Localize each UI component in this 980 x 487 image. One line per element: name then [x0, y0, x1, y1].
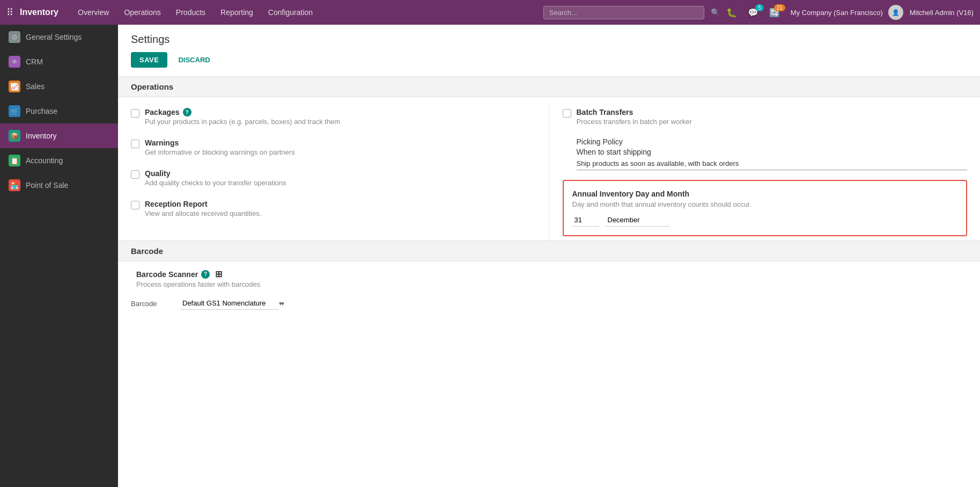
sidebar-item-sales[interactable]: 📈 Sales [0, 74, 118, 99]
sidebar: ⚙ General Settings 👁 CRM 📈 Sales 🛒 Purch… [0, 25, 118, 487]
nav-configuration[interactable]: Configuration [262, 5, 319, 20]
annual-inventory-box: Annual Inventory Day and Month Day and m… [563, 180, 968, 236]
barcode-scanner-desc: Process operations faster with barcodes [136, 280, 260, 288]
warnings-desc: Get informative or blocking warnings on … [145, 148, 295, 156]
search-input[interactable] [543, 6, 704, 19]
sidebar-label-accounting: Accounting [26, 156, 63, 165]
barcode-nomenclature-row: Barcode Default GS1 Nomenclature Default… [131, 293, 967, 314]
nav-products[interactable]: Products [170, 5, 212, 20]
annual-inventory-title: Annual Inventory Day and Month [572, 190, 958, 198]
barcode-nomenclature-label: Barcode [131, 300, 174, 308]
sidebar-item-inventory[interactable]: 📦 Inventory [0, 123, 118, 148]
sales-icon: 📈 [9, 81, 20, 92]
batch-transfers-title: Batch Transfers [577, 108, 692, 117]
batch-transfers-text: Batch Transfers Process transfers in bat… [577, 108, 692, 126]
warnings-text: Warnings Get informative or blocking war… [145, 139, 295, 156]
quality-checkbox[interactable] [131, 170, 139, 179]
sidebar-item-purchase[interactable]: 🛒 Purchase [0, 99, 118, 123]
picking-policy-container: Picking Policy When to start shipping Sh… [563, 132, 968, 176]
toolbar: SAVE DISCARD [131, 52, 967, 68]
warnings-checkbox[interactable] [131, 140, 139, 148]
sidebar-label-general-settings: General Settings [26, 33, 82, 41]
inventory-icon: 📦 [9, 130, 20, 142]
barcode-nomenclature-select[interactable]: Default GS1 Nomenclature Default Nomencl… [180, 297, 279, 310]
company-name: My Company (San Francisco) [791, 9, 883, 17]
settings-header: Settings SAVE DISCARD [118, 25, 980, 76]
save-button[interactable]: SAVE [131, 52, 167, 68]
barcode-grid-icon: ⊞ [215, 269, 222, 279]
app-grid-icon[interactable]: ⠿ [6, 6, 13, 18]
warnings-title: Warnings [145, 139, 295, 147]
gear-icon: ⚙ [9, 31, 20, 43]
sidebar-label-sales: Sales [26, 82, 45, 91]
reception-report-title: Reception Report [145, 200, 261, 208]
annual-inventory-desc: Day and month that annual inventory coun… [572, 200, 958, 208]
quality-desc: Add quality checks to your transfer oper… [145, 179, 286, 187]
top-navigation: ⠿ Inventory Overview Operations Products… [0, 0, 980, 25]
setting-reception-report: Reception Report View and allocate recei… [131, 193, 549, 224]
page-title: Settings [131, 33, 967, 46]
setting-warnings: Warnings Get informative or blocking war… [131, 132, 549, 163]
chevron-down-icon: ▼ [280, 301, 285, 307]
user-name: Mitchell Admin (V16) [910, 9, 974, 17]
reception-report-text: Reception Report View and allocate recei… [145, 200, 261, 217]
quality-title: Quality [145, 169, 286, 178]
sidebar-label-inventory: Inventory [26, 132, 57, 140]
reception-report-checkbox[interactable] [131, 201, 139, 209]
quality-text: Quality Add quality checks to your trans… [145, 169, 286, 187]
main-content: Settings SAVE DISCARD Operations Package… [118, 25, 980, 487]
app-title: Inventory [20, 8, 58, 17]
chat-badge: 5 [755, 4, 764, 11]
picking-policy-title: Picking Policy [577, 137, 968, 146]
barcode-nomenclature-select-wrapper: Default GS1 Nomenclature Default Nomencl… [180, 297, 285, 310]
sidebar-item-point-of-sale[interactable]: 🏪 Point of Sale [0, 173, 118, 198]
packages-help-icon[interactable]: ? [183, 108, 191, 117]
packages-desc: Put your products in packs (e.g. parcels… [145, 118, 340, 126]
batch-transfers-checkbox[interactable] [563, 109, 571, 118]
setting-batch-transfers: Batch Transfers Process transfers in bat… [563, 101, 968, 132]
sidebar-label-purchase: Purchase [26, 107, 57, 115]
barcode-scanner-text: Barcode Scanner ? ⊞ Process operations f… [136, 269, 260, 288]
sidebar-label-pos: Point of Sale [26, 181, 68, 190]
barcode-scanner-help-icon[interactable]: ? [201, 270, 210, 279]
settings-left-column: Packages ? Put your products in packs (e… [131, 101, 549, 241]
batch-transfers-desc: Process transfers in batch per worker [577, 118, 692, 126]
reception-report-desc: View and allocate received quantities. [145, 209, 261, 217]
barcode-scanner-row: Barcode Scanner ? ⊞ Process operations f… [131, 261, 967, 293]
purchase-icon: 🛒 [9, 105, 20, 117]
barcode-settings-body: Barcode Scanner ? ⊞ Process operations f… [118, 261, 980, 314]
discard-button[interactable]: DISCARD [172, 52, 216, 68]
search-icon[interactable]: 🔍 [711, 8, 720, 17]
pos-icon: 🏪 [9, 179, 20, 191]
annual-inventory-month-input[interactable] [606, 214, 670, 227]
setting-quality: Quality Add quality checks to your trans… [131, 163, 549, 193]
packages-text: Packages ? Put your products in packs (e… [145, 108, 340, 126]
sidebar-item-accounting[interactable]: 📋 Accounting [0, 148, 118, 173]
bug-icon[interactable]: 🐛 [722, 5, 741, 20]
operations-settings-body: Packages ? Put your products in packs (e… [118, 97, 980, 241]
sidebar-item-crm[interactable]: 👁 CRM [0, 49, 118, 74]
user-avatar[interactable]: 👤 [888, 5, 903, 20]
setting-packages: Packages ? Put your products in packs (e… [131, 101, 549, 132]
barcode-section-header: Barcode [118, 241, 980, 261]
updates-badge: 21 [774, 4, 785, 11]
chat-icon[interactable]: 💬 5 [743, 5, 763, 20]
sidebar-label-crm: CRM [26, 57, 43, 66]
updates-icon[interactable]: 🔄 21 [765, 5, 784, 20]
barcode-scanner-title: Barcode Scanner ? ⊞ [136, 269, 260, 279]
picking-policy-desc: When to start shipping [577, 148, 968, 156]
packages-checkbox[interactable] [131, 109, 139, 118]
packages-title: Packages ? [145, 108, 340, 117]
accounting-icon: 📋 [9, 155, 20, 166]
main-layout: ⚙ General Settings 👁 CRM 📈 Sales 🛒 Purch… [0, 25, 980, 487]
nav-reporting[interactable]: Reporting [214, 5, 260, 20]
annual-inventory-day-input[interactable] [572, 214, 599, 227]
nav-overview[interactable]: Overview [71, 5, 115, 20]
crm-icon: 👁 [9, 56, 20, 68]
nav-operations[interactable]: Operations [117, 5, 167, 20]
operations-section-header: Operations [118, 76, 980, 97]
picking-policy-value[interactable]: Ship products as soon as available, with… [577, 159, 968, 170]
sidebar-item-general-settings[interactable]: ⚙ General Settings [0, 25, 118, 49]
settings-right-column: Batch Transfers Process transfers in bat… [549, 101, 968, 241]
annual-inventory-fields [572, 214, 958, 227]
